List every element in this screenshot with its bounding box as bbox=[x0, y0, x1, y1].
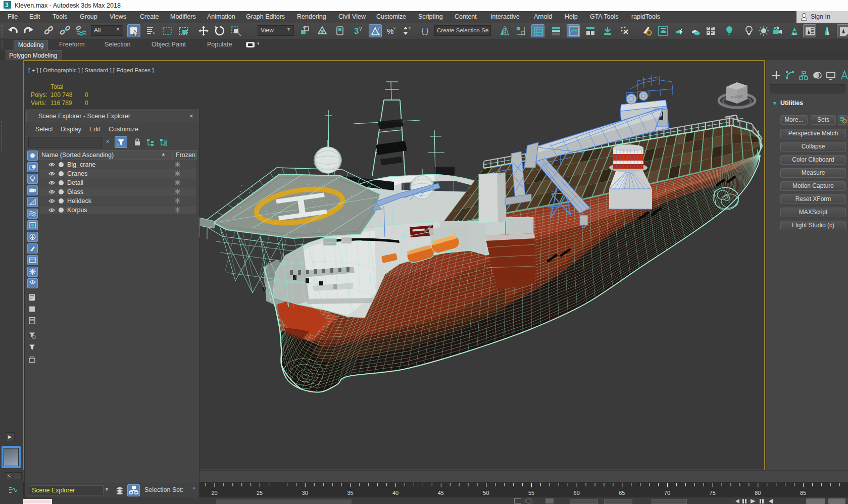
svg-text:75: 75 bbox=[710, 490, 716, 496]
svg-text:?: ? bbox=[408, 26, 411, 31]
svg-text:60: 60 bbox=[574, 490, 580, 496]
svg-text:70: 70 bbox=[664, 490, 670, 496]
svg-text:3: 3 bbox=[354, 26, 359, 36]
svg-text:85: 85 bbox=[800, 490, 806, 496]
svg-text:20: 20 bbox=[211, 490, 217, 496]
svg-text:40: 40 bbox=[392, 490, 398, 496]
svg-text:65: 65 bbox=[619, 490, 625, 496]
svg-text:25: 25 bbox=[257, 490, 263, 496]
svg-text:55: 55 bbox=[528, 490, 534, 496]
svg-text:35: 35 bbox=[347, 490, 353, 496]
svg-text:30: 30 bbox=[302, 490, 308, 496]
svg-text:?: ? bbox=[393, 26, 395, 31]
svg-text:{}: {} bbox=[421, 27, 429, 35]
svg-text:?: ? bbox=[359, 26, 362, 32]
svg-text:45: 45 bbox=[438, 490, 444, 496]
svg-text:50: 50 bbox=[483, 490, 489, 496]
svg-text:?: ? bbox=[377, 26, 380, 31]
svg-text:80: 80 bbox=[755, 490, 761, 496]
svg-text:3: 3 bbox=[5, 2, 9, 9]
